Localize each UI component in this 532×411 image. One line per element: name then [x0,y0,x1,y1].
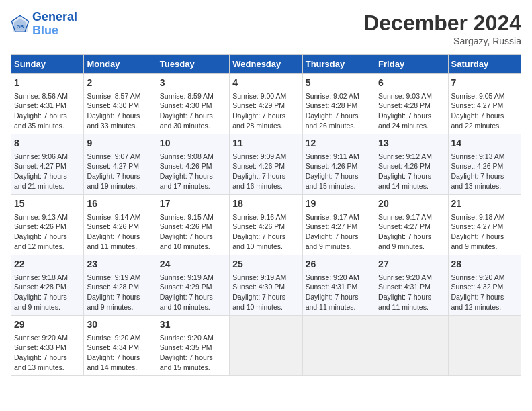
day-number: 25 [232,258,299,271]
calendar-cell: 4Sunrise: 9:00 AMSunset: 4:29 PMDaylight… [230,74,302,134]
calendar-cell: 10Sunrise: 9:08 AMSunset: 4:26 PMDayligh… [157,134,229,195]
week-row-2: 15Sunrise: 9:13 AMSunset: 4:26 PMDayligh… [11,195,521,255]
calendar-cell: 20Sunrise: 9:17 AMSunset: 4:27 PMDayligh… [375,195,448,255]
calendar-cell: 8Sunrise: 9:06 AMSunset: 4:27 PMDaylight… [11,134,84,195]
calendar-cell [448,316,521,376]
day-info: Sunrise: 9:12 AMSunset: 4:26 PMDaylight:… [378,152,445,191]
calendar-cell: 5Sunrise: 9:02 AMSunset: 4:28 PMDaylight… [302,74,375,134]
logo-icon: GB [11,15,30,34]
day-info: Sunrise: 9:06 AMSunset: 4:27 PMDaylight:… [14,152,81,191]
day-info: Sunrise: 9:13 AMSunset: 4:26 PMDaylight:… [451,152,518,191]
header-cell-saturday: Saturday [448,55,521,74]
calendar-cell: 30Sunrise: 9:20 AMSunset: 4:34 PMDayligh… [84,316,157,376]
day-number: 13 [378,137,445,150]
month-title: December 2024 [363,11,521,36]
calendar-cell: 6Sunrise: 9:03 AMSunset: 4:28 PMDaylight… [375,74,448,134]
day-number: 8 [14,137,81,150]
day-number: 19 [306,197,372,211]
calendar-cell: 27Sunrise: 9:20 AMSunset: 4:31 PMDayligh… [375,255,448,316]
day-number: 2 [87,77,153,90]
calendar-cell: 2Sunrise: 8:57 AMSunset: 4:30 PMDaylight… [84,74,157,134]
day-number: 26 [306,258,372,271]
day-number: 23 [87,258,153,271]
header-cell-thursday: Thursday [302,55,375,74]
calendar-cell: 24Sunrise: 9:19 AMSunset: 4:29 PMDayligh… [157,255,229,316]
day-number: 12 [306,137,372,150]
day-number: 27 [378,258,445,271]
day-number: 11 [232,137,299,150]
calendar-cell: 19Sunrise: 9:17 AMSunset: 4:27 PMDayligh… [302,195,375,255]
day-number: 22 [14,258,81,271]
day-info: Sunrise: 9:19 AMSunset: 4:28 PMDaylight:… [87,273,153,312]
day-info: Sunrise: 9:20 AMSunset: 4:31 PMDaylight:… [378,273,445,312]
calendar-header: SundayMondayTuesdayWednesdayThursdayFrid… [11,55,521,74]
day-info: Sunrise: 9:18 AMSunset: 4:27 PMDaylight:… [451,212,518,252]
svg-text:GB: GB [17,24,24,28]
day-number: 1 [14,77,81,90]
calendar-cell: 1Sunrise: 8:56 AMSunset: 4:31 PMDaylight… [11,74,84,134]
page-header: GB General Blue December 2024 Sargazy, R… [11,11,521,46]
calendar-cell: 29Sunrise: 9:20 AMSunset: 4:33 PMDayligh… [11,316,84,376]
week-row-3: 22Sunrise: 9:18 AMSunset: 4:28 PMDayligh… [11,255,521,316]
day-info: Sunrise: 9:17 AMSunset: 4:27 PMDaylight:… [378,212,445,252]
day-info: Sunrise: 8:57 AMSunset: 4:30 PMDaylight:… [87,91,153,131]
day-number: 28 [451,258,518,271]
day-info: Sunrise: 9:18 AMSunset: 4:28 PMDaylight:… [14,273,81,312]
day-number: 21 [451,197,518,211]
logo-text: General Blue [32,11,77,38]
day-number: 18 [232,197,299,211]
day-info: Sunrise: 9:11 AMSunset: 4:26 PMDaylight:… [306,152,372,191]
calendar-cell: 12Sunrise: 9:11 AMSunset: 4:26 PMDayligh… [302,134,375,195]
day-info: Sunrise: 9:14 AMSunset: 4:26 PMDaylight:… [87,212,153,252]
day-number: 20 [378,197,445,211]
calendar-cell: 3Sunrise: 8:59 AMSunset: 4:30 PMDaylight… [157,74,229,134]
calendar-cell [375,316,448,376]
calendar-cell: 11Sunrise: 9:09 AMSunset: 4:26 PMDayligh… [230,134,302,195]
day-info: Sunrise: 9:09 AMSunset: 4:26 PMDaylight:… [232,152,299,191]
day-info: Sunrise: 9:19 AMSunset: 4:30 PMDaylight:… [232,273,299,312]
calendar-cell: 17Sunrise: 9:15 AMSunset: 4:26 PMDayligh… [157,195,229,255]
calendar-cell: 31Sunrise: 9:20 AMSunset: 4:35 PMDayligh… [157,316,229,376]
header-cell-friday: Friday [375,55,448,74]
calendar-cell [230,316,302,376]
day-info: Sunrise: 9:19 AMSunset: 4:29 PMDaylight:… [160,273,226,312]
calendar-body: 1Sunrise: 8:56 AMSunset: 4:31 PMDaylight… [11,74,521,376]
day-info: Sunrise: 9:07 AMSunset: 4:27 PMDaylight:… [87,152,153,191]
day-number: 6 [378,77,445,90]
day-info: Sunrise: 9:17 AMSunset: 4:27 PMDaylight:… [306,212,372,252]
location-subtitle: Sargazy, Russia [363,36,521,46]
week-row-1: 8Sunrise: 9:06 AMSunset: 4:27 PMDaylight… [11,134,521,195]
day-info: Sunrise: 9:05 AMSunset: 4:27 PMDaylight:… [451,91,518,131]
day-info: Sunrise: 9:15 AMSunset: 4:26 PMDaylight:… [160,212,226,252]
day-number: 4 [232,77,299,90]
week-row-4: 29Sunrise: 9:20 AMSunset: 4:33 PMDayligh… [11,316,521,376]
day-number: 24 [160,258,226,271]
day-number: 10 [160,137,226,150]
day-number: 17 [160,197,226,211]
day-info: Sunrise: 9:20 AMSunset: 4:33 PMDaylight:… [14,333,81,373]
header-cell-monday: Monday [84,55,157,74]
day-number: 29 [14,318,81,332]
calendar-cell: 16Sunrise: 9:14 AMSunset: 4:26 PMDayligh… [84,195,157,255]
logo: GB General Blue [11,11,77,38]
day-number: 30 [87,318,153,332]
title-block: December 2024 Sargazy, Russia [363,11,521,46]
calendar-cell: 14Sunrise: 9:13 AMSunset: 4:26 PMDayligh… [448,134,521,195]
day-info: Sunrise: 9:02 AMSunset: 4:28 PMDaylight:… [306,91,372,131]
day-info: Sunrise: 9:20 AMSunset: 4:32 PMDaylight:… [451,273,518,312]
day-info: Sunrise: 9:08 AMSunset: 4:26 PMDaylight:… [160,152,226,191]
day-info: Sunrise: 8:59 AMSunset: 4:30 PMDaylight:… [160,91,226,131]
calendar-cell: 13Sunrise: 9:12 AMSunset: 4:26 PMDayligh… [375,134,448,195]
calendar-cell: 21Sunrise: 9:18 AMSunset: 4:27 PMDayligh… [448,195,521,255]
calendar-cell: 26Sunrise: 9:20 AMSunset: 4:31 PMDayligh… [302,255,375,316]
day-number: 5 [306,77,372,90]
calendar-table: SundayMondayTuesdayWednesdayThursdayFrid… [11,54,521,376]
header-row: SundayMondayTuesdayWednesdayThursdayFrid… [11,55,521,74]
calendar-cell: 22Sunrise: 9:18 AMSunset: 4:28 PMDayligh… [11,255,84,316]
day-number: 14 [451,137,518,150]
day-info: Sunrise: 9:03 AMSunset: 4:28 PMDaylight:… [378,91,445,131]
day-number: 16 [87,197,153,211]
calendar-cell: 15Sunrise: 9:13 AMSunset: 4:26 PMDayligh… [11,195,84,255]
calendar-cell: 23Sunrise: 9:19 AMSunset: 4:28 PMDayligh… [84,255,157,316]
day-info: Sunrise: 8:56 AMSunset: 4:31 PMDaylight:… [14,91,81,131]
